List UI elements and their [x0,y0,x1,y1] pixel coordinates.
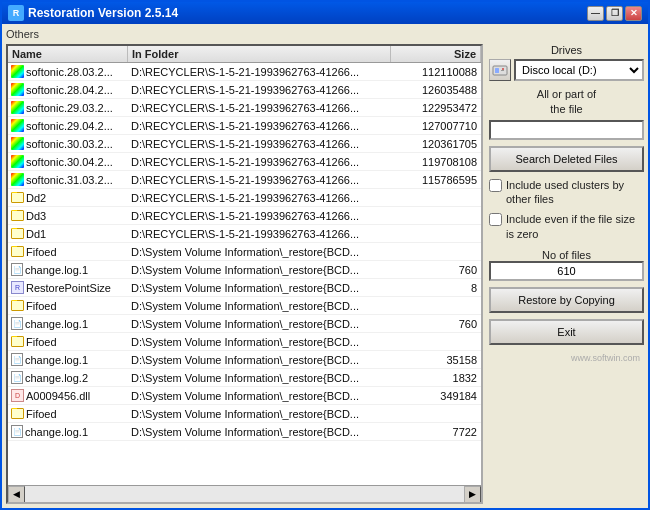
exit-button[interactable]: Exit [489,319,644,345]
table-row[interactable]: RRestorePointSizeD:\System Volume Inform… [8,279,481,297]
table-row[interactable]: FifoedD:\System Volume Information\_rest… [8,333,481,351]
file-name: Fifoed [26,336,57,348]
table-row[interactable]: softonic.31.03.2...D:\RECYCLER\S-1-5-21-… [8,171,481,189]
file-name: softonic.31.03.2... [26,174,113,186]
include-even-label: Include even if the file size is zero [506,212,644,241]
horizontal-scrollbar[interactable]: ◀ ▶ [8,485,481,502]
log-icon: 📄 [11,425,23,438]
table-row[interactable]: softonic.29.03.2...D:\RECYCLER\S-1-5-21-… [8,99,481,117]
col-folder[interactable]: In Folder [128,46,391,62]
file-label: All or part ofthe file [489,87,644,118]
include-even-checkbox[interactable] [489,213,502,226]
cell-name: 📄change.log.1 [8,317,128,330]
file-search-section: All or part ofthe file [489,87,644,140]
cell-size: 119708108 [401,156,481,168]
cell-folder: D:\RECYCLER\S-1-5-21-1993962763-41266... [128,84,401,96]
drives-row: Disco local (D:)C:E: [489,59,644,81]
recycled-icon [11,155,24,168]
scroll-x-track[interactable] [25,486,464,503]
table-row[interactable]: 📄change.log.1D:\System Volume Informatio… [8,315,481,333]
table-row[interactable]: FifoedD:\System Volume Information\_rest… [8,405,481,423]
cell-name: Fifoed [8,246,128,258]
app-icon: R [8,5,24,21]
include-used-row: Include used clusters by other files [489,178,644,207]
cell-name: Fifoed [8,408,128,420]
table-row[interactable]: 📄change.log.1D:\System Volume Informatio… [8,261,481,279]
file-name: Fifoed [26,246,57,258]
file-name: softonic.30.04.2... [26,156,113,168]
svg-rect-2 [501,70,504,71]
minimize-button[interactable]: — [587,6,604,21]
cell-folder: D:\System Volume Information\_restore{BC… [128,282,401,294]
table-row[interactable]: softonic.30.03.2...D:\RECYCLER\S-1-5-21-… [8,135,481,153]
table-row[interactable]: FifoedD:\System Volume Information\_rest… [8,243,481,261]
folder-icon [11,192,24,203]
no-files-label: No of files [489,249,644,261]
file-name: Dd3 [26,210,46,222]
recycled-icon [11,173,24,186]
cell-size: 760 [401,264,481,276]
cell-name: RRestorePointSize [8,281,128,294]
file-name: softonic.29.03.2... [26,102,113,114]
table-row[interactable]: FifoedD:\System Volume Information\_rest… [8,297,481,315]
cell-size: 760 [401,318,481,330]
cell-size: 35158 [401,354,481,366]
drives-section: Drives Disco local (D:)C:E: [489,44,644,81]
main-area: Name In Folder Size softonic.28.03.2...D… [6,44,644,504]
cell-size: 7722 [401,426,481,438]
col-size[interactable]: Size [391,46,481,62]
include-used-checkbox[interactable] [489,179,502,192]
main-window: R Restoration Version 2.5.14 — ❐ ✕ Other… [0,0,650,510]
cell-size: 126035488 [401,84,481,96]
restore-button[interactable]: Restore by Copying [489,287,644,313]
table-row[interactable]: 📄change.log.1D:\System Volume Informatio… [8,351,481,369]
cell-name: softonic.29.04.2... [8,119,128,132]
table-row[interactable]: softonic.30.04.2...D:\RECYCLER\S-1-5-21-… [8,153,481,171]
cell-folder: D:\RECYCLER\S-1-5-21-1993962763-41266... [128,174,401,186]
file-name: softonic.28.03.2... [26,66,113,78]
table-row[interactable]: softonic.28.04.2...D:\RECYCLER\S-1-5-21-… [8,81,481,99]
cell-name: 📄change.log.1 [8,353,128,366]
no-files-input[interactable] [489,261,644,281]
file-name: Dd2 [26,192,46,204]
file-name: softonic.30.03.2... [26,138,113,150]
include-used-label: Include used clusters by other files [506,178,644,207]
drive-select[interactable]: Disco local (D:)C:E: [514,59,644,81]
title-bar: R Restoration Version 2.5.14 — ❐ ✕ [2,2,648,24]
table-body[interactable]: softonic.28.03.2...D:\RECYCLER\S-1-5-21-… [8,63,481,485]
table-row[interactable]: Dd2D:\RECYCLER\S-1-5-21-1993962763-41266… [8,189,481,207]
table-row[interactable]: DA0009456.dllD:\System Volume Informatio… [8,387,481,405]
folder-icon [11,246,24,257]
cell-name: Fifoed [8,336,128,348]
folder-icon [11,300,24,311]
file-name: Fifoed [26,300,57,312]
cell-size: 8 [401,282,481,294]
file-input[interactable] [489,120,644,140]
file-name: change.log.1 [25,426,88,438]
scroll-right-btn[interactable]: ▶ [464,486,481,503]
file-name: Fifoed [26,408,57,420]
scroll-left-btn[interactable]: ◀ [8,486,25,503]
table-row[interactable]: Dd1D:\RECYCLER\S-1-5-21-1993962763-41266… [8,225,481,243]
col-name[interactable]: Name [8,46,128,62]
cell-name: DA0009456.dll [8,389,128,402]
table-row[interactable]: 📄change.log.1D:\System Volume Informatio… [8,423,481,441]
include-even-row: Include even if the file size is zero [489,212,644,241]
section-label: Others [6,28,644,40]
cell-size: 122953472 [401,102,481,114]
cell-size: 115786595 [401,174,481,186]
search-button[interactable]: Search Deleted Files [489,146,644,172]
cell-size: 1832 [401,372,481,384]
restore-button[interactable]: ❐ [606,6,623,21]
svg-point-3 [502,68,504,70]
table-row[interactable]: softonic.29.04.2...D:\RECYCLER\S-1-5-21-… [8,117,481,135]
drive-icon-btn[interactable] [489,59,511,81]
table-row[interactable]: Dd3D:\RECYCLER\S-1-5-21-1993962763-41266… [8,207,481,225]
cell-folder: D:\System Volume Information\_restore{BC… [128,372,401,384]
close-button[interactable]: ✕ [625,6,642,21]
folder-icon [11,210,24,221]
table-row[interactable]: softonic.28.03.2...D:\RECYCLER\S-1-5-21-… [8,63,481,81]
cell-name: softonic.28.04.2... [8,83,128,96]
svg-rect-1 [495,68,499,73]
table-row[interactable]: 📄change.log.2D:\System Volume Informatio… [8,369,481,387]
